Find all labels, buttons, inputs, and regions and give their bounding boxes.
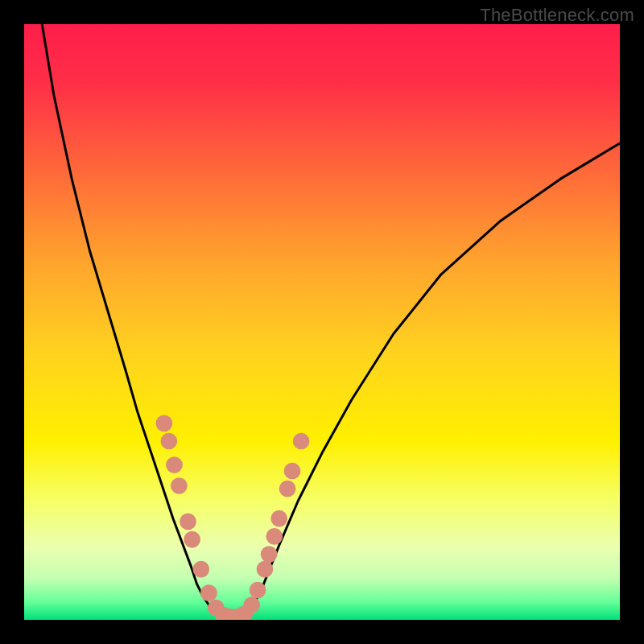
data-marker: [192, 561, 209, 578]
chart-svg: [24, 24, 620, 620]
data-marker: [284, 463, 301, 480]
chart-frame: TheBottleneck.com: [0, 0, 644, 644]
data-marker: [160, 433, 177, 450]
data-marker: [261, 546, 278, 563]
data-marker: [156, 415, 173, 431]
data-marker: [180, 514, 196, 530]
plot-area: [24, 24, 620, 620]
watermark-text: TheBottleneck.com: [480, 5, 634, 26]
data-marker: [293, 433, 310, 450]
data-marker: [257, 561, 274, 578]
data-marker: [200, 584, 217, 601]
data-marker: [279, 481, 296, 497]
data-marker: [266, 528, 283, 545]
gradient-background: [24, 24, 620, 620]
data-marker: [243, 597, 260, 613]
data-marker: [184, 531, 200, 548]
data-marker: [171, 477, 188, 494]
data-marker: [270, 510, 287, 527]
data-marker: [250, 582, 266, 599]
data-marker: [166, 456, 183, 473]
